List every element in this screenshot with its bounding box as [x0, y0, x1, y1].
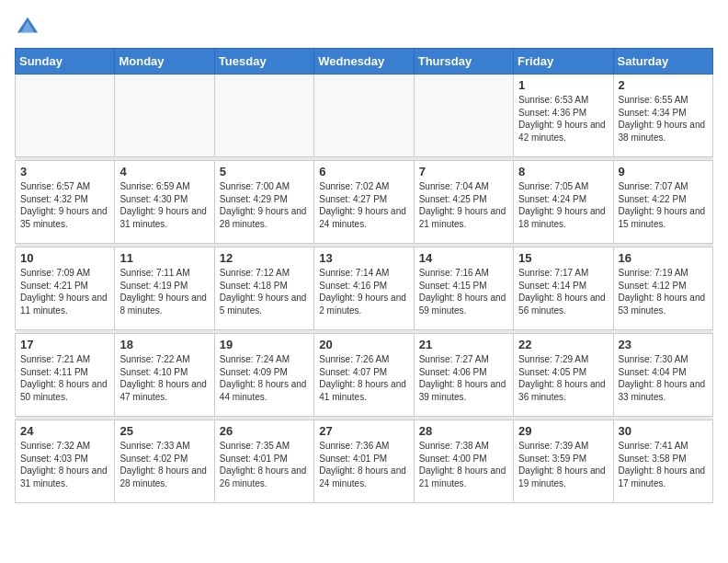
- calendar-cell: 6Sunrise: 7:02 AM Sunset: 4:27 PM Daylig…: [314, 161, 414, 244]
- calendar-cell: 4Sunrise: 6:59 AM Sunset: 4:30 PM Daylig…: [115, 161, 214, 244]
- calendar-cell: 1Sunrise: 6:53 AM Sunset: 4:36 PM Daylig…: [514, 75, 613, 157]
- calendar-cell: 16Sunrise: 7:19 AM Sunset: 4:12 PM Dayli…: [613, 247, 712, 330]
- day-info: Sunrise: 7:22 AM Sunset: 4:10 PM Dayligh…: [119, 353, 209, 403]
- calendar-cell: 9Sunrise: 7:07 AM Sunset: 4:22 PM Daylig…: [613, 161, 712, 244]
- calendar-cell: [214, 75, 313, 157]
- calendar-cell: [115, 75, 214, 157]
- calendar-cell: 7Sunrise: 7:04 AM Sunset: 4:25 PM Daylig…: [414, 161, 513, 244]
- calendar-cell: 29Sunrise: 7:39 AM Sunset: 3:59 PM Dayli…: [514, 420, 613, 503]
- day-number: 11: [119, 251, 209, 265]
- weekday-header: Monday: [115, 49, 214, 75]
- calendar-cell: 30Sunrise: 7:41 AM Sunset: 3:58 PM Dayli…: [613, 420, 712, 503]
- day-info: Sunrise: 7:09 AM Sunset: 4:21 PM Dayligh…: [20, 267, 109, 316]
- calendar-cell: 22Sunrise: 7:29 AM Sunset: 4:05 PM Dayli…: [514, 334, 613, 417]
- day-info: Sunrise: 7:11 AM Sunset: 4:19 PM Dayligh…: [119, 267, 209, 316]
- day-number: 8: [518, 165, 608, 178]
- calendar-cell: 5Sunrise: 7:00 AM Sunset: 4:29 PM Daylig…: [214, 161, 313, 244]
- weekday-header: Saturday: [613, 49, 712, 75]
- calendar-cell: 11Sunrise: 7:11 AM Sunset: 4:19 PM Dayli…: [115, 247, 214, 330]
- day-info: Sunrise: 7:05 AM Sunset: 4:24 PM Dayligh…: [518, 180, 608, 230]
- day-info: Sunrise: 7:07 AM Sunset: 4:22 PM Dayligh…: [619, 180, 708, 230]
- calendar-cell: [314, 75, 414, 157]
- day-number: 9: [619, 165, 708, 178]
- calendar-cell: 21Sunrise: 7:27 AM Sunset: 4:06 PM Dayli…: [414, 334, 513, 417]
- logo: [15, 15, 44, 40]
- day-number: 17: [20, 338, 109, 351]
- day-info: Sunrise: 7:12 AM Sunset: 4:18 PM Dayligh…: [220, 267, 309, 316]
- day-number: 16: [619, 251, 708, 265]
- day-number: 20: [319, 338, 408, 351]
- day-number: 10: [20, 251, 109, 265]
- day-number: 29: [518, 424, 608, 438]
- day-number: 26: [220, 424, 309, 438]
- weekday-header: Wednesday: [314, 49, 414, 75]
- calendar-table: SundayMondayTuesdayWednesdayThursdayFrid…: [15, 48, 713, 503]
- day-info: Sunrise: 6:55 AM Sunset: 4:34 PM Dayligh…: [619, 94, 708, 144]
- calendar-cell: 25Sunrise: 7:33 AM Sunset: 4:02 PM Dayli…: [115, 420, 214, 503]
- day-info: Sunrise: 7:26 AM Sunset: 4:07 PM Dayligh…: [319, 353, 408, 403]
- day-info: Sunrise: 7:16 AM Sunset: 4:15 PM Dayligh…: [419, 267, 508, 316]
- day-info: Sunrise: 7:02 AM Sunset: 4:27 PM Dayligh…: [319, 180, 408, 230]
- weekday-header: Friday: [514, 49, 613, 75]
- calendar-cell: 18Sunrise: 7:22 AM Sunset: 4:10 PM Dayli…: [115, 334, 214, 417]
- day-number: 21: [419, 338, 508, 351]
- logo-icon: [15, 15, 40, 40]
- day-number: 7: [419, 165, 508, 178]
- day-number: 24: [20, 424, 109, 438]
- calendar-cell: 28Sunrise: 7:38 AM Sunset: 4:00 PM Dayli…: [414, 420, 513, 503]
- day-info: Sunrise: 7:29 AM Sunset: 4:05 PM Dayligh…: [518, 353, 608, 403]
- calendar-cell: 23Sunrise: 7:30 AM Sunset: 4:04 PM Dayli…: [613, 334, 712, 417]
- calendar-cell: 27Sunrise: 7:36 AM Sunset: 4:01 PM Dayli…: [314, 420, 414, 503]
- day-number: 4: [119, 165, 209, 178]
- day-info: Sunrise: 7:27 AM Sunset: 4:06 PM Dayligh…: [419, 353, 508, 403]
- day-number: 19: [220, 338, 309, 351]
- calendar-cell: 10Sunrise: 7:09 AM Sunset: 4:21 PM Dayli…: [16, 247, 115, 330]
- calendar-week-row: 24Sunrise: 7:32 AM Sunset: 4:03 PM Dayli…: [16, 420, 713, 503]
- calendar-cell: 17Sunrise: 7:21 AM Sunset: 4:11 PM Dayli…: [16, 334, 115, 417]
- calendar-week-row: 3Sunrise: 6:57 AM Sunset: 4:32 PM Daylig…: [16, 161, 713, 244]
- weekday-header: Thursday: [414, 49, 513, 75]
- calendar-cell: 24Sunrise: 7:32 AM Sunset: 4:03 PM Dayli…: [16, 420, 115, 503]
- calendar-week-row: 10Sunrise: 7:09 AM Sunset: 4:21 PM Dayli…: [16, 247, 713, 330]
- day-info: Sunrise: 7:39 AM Sunset: 3:59 PM Dayligh…: [518, 440, 608, 489]
- day-info: Sunrise: 6:53 AM Sunset: 4:36 PM Dayligh…: [518, 94, 608, 144]
- day-info: Sunrise: 7:19 AM Sunset: 4:12 PM Dayligh…: [619, 267, 708, 316]
- day-info: Sunrise: 7:21 AM Sunset: 4:11 PM Dayligh…: [20, 353, 109, 403]
- day-info: Sunrise: 7:38 AM Sunset: 4:00 PM Dayligh…: [419, 440, 508, 489]
- day-info: Sunrise: 7:24 AM Sunset: 4:09 PM Dayligh…: [220, 353, 309, 403]
- calendar-cell: 19Sunrise: 7:24 AM Sunset: 4:09 PM Dayli…: [214, 334, 313, 417]
- day-number: 30: [619, 424, 708, 438]
- day-info: Sunrise: 7:35 AM Sunset: 4:01 PM Dayligh…: [220, 440, 309, 489]
- day-number: 12: [220, 251, 309, 265]
- calendar-cell: [16, 75, 115, 157]
- day-number: 15: [518, 251, 608, 265]
- day-info: Sunrise: 7:33 AM Sunset: 4:02 PM Dayligh…: [119, 440, 209, 489]
- day-info: Sunrise: 7:04 AM Sunset: 4:25 PM Dayligh…: [419, 180, 508, 230]
- day-number: 18: [119, 338, 209, 351]
- calendar-week-row: 1Sunrise: 6:53 AM Sunset: 4:36 PM Daylig…: [16, 75, 713, 157]
- day-info: Sunrise: 6:59 AM Sunset: 4:30 PM Dayligh…: [119, 180, 209, 230]
- day-number: 13: [319, 251, 408, 265]
- day-info: Sunrise: 7:32 AM Sunset: 4:03 PM Dayligh…: [20, 440, 109, 489]
- day-number: 2: [619, 78, 708, 92]
- weekday-header-row: SundayMondayTuesdayWednesdayThursdayFrid…: [16, 49, 713, 75]
- calendar-cell: 13Sunrise: 7:14 AM Sunset: 4:16 PM Dayli…: [314, 247, 414, 330]
- day-number: 3: [20, 165, 109, 178]
- day-number: 5: [220, 165, 309, 178]
- day-number: 1: [518, 78, 608, 92]
- day-number: 28: [419, 424, 508, 438]
- page-header: [15, 15, 713, 40]
- day-info: Sunrise: 6:57 AM Sunset: 4:32 PM Dayligh…: [20, 180, 109, 230]
- calendar-cell: 8Sunrise: 7:05 AM Sunset: 4:24 PM Daylig…: [514, 161, 613, 244]
- calendar-cell: 26Sunrise: 7:35 AM Sunset: 4:01 PM Dayli…: [214, 420, 313, 503]
- day-info: Sunrise: 7:41 AM Sunset: 3:58 PM Dayligh…: [619, 440, 708, 489]
- calendar-cell: 15Sunrise: 7:17 AM Sunset: 4:14 PM Dayli…: [514, 247, 613, 330]
- day-info: Sunrise: 7:36 AM Sunset: 4:01 PM Dayligh…: [319, 440, 408, 489]
- weekday-header: Tuesday: [214, 49, 313, 75]
- calendar-cell: 12Sunrise: 7:12 AM Sunset: 4:18 PM Dayli…: [214, 247, 313, 330]
- day-number: 25: [119, 424, 209, 438]
- calendar-cell: [414, 75, 513, 157]
- weekday-header: Sunday: [16, 49, 115, 75]
- calendar-body: 1Sunrise: 6:53 AM Sunset: 4:36 PM Daylig…: [16, 75, 713, 503]
- day-number: 23: [619, 338, 708, 351]
